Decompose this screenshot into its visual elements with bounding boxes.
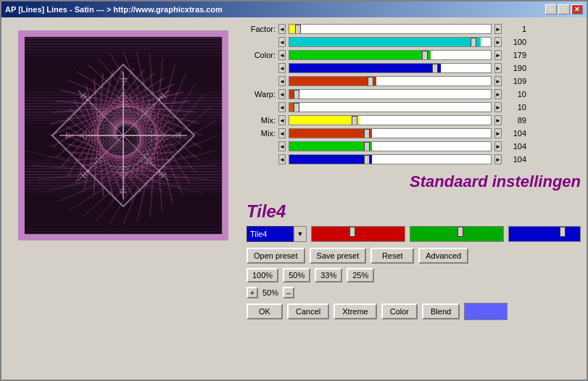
slider-left-arrow-11[interactable]: ◄ xyxy=(278,154,286,164)
slider-track-factor-1[interactable] xyxy=(289,24,492,34)
slider-row-mix-4: ◄ ► 104 xyxy=(247,154,581,165)
slider-left-arrow-7[interactable]: ◄ xyxy=(278,102,286,112)
slider-row-color-3: ◄ ► 109 xyxy=(247,75,581,87)
buttons-row: Open preset Save preset Reset Advanced xyxy=(247,248,581,264)
tile-dropdown-arrow[interactable]: ▼ xyxy=(294,226,307,242)
slider-row-warp-1: Warp: ◄ ► 10 xyxy=(247,88,581,100)
preview-image xyxy=(18,30,228,240)
slider-track-color-2[interactable] xyxy=(289,63,492,73)
tile-dropdown[interactable]: Tile4 xyxy=(247,226,294,242)
slider-row-mix-3: ◄ ► 104 xyxy=(247,141,581,152)
slider-track-warp-2[interactable] xyxy=(289,102,492,112)
pct25-button[interactable]: 25% xyxy=(347,268,374,282)
slider-track-color-1[interactable] xyxy=(289,50,492,60)
slider-row-color-1: Color: ◄ ► 179 xyxy=(247,49,581,61)
slider-value-warp-2: 10 xyxy=(505,103,526,112)
color-button[interactable]: Color xyxy=(381,303,418,319)
slider-value-color-3: 109 xyxy=(505,77,526,85)
slider-right-arrow-7[interactable]: ► xyxy=(494,102,502,112)
title-bar: AP [Lines] Lines - Satin --- > http://ww… xyxy=(1,1,587,17)
slider-right-arrow-3[interactable]: ► xyxy=(494,50,502,60)
xtreme-button[interactable]: Xtreme xyxy=(334,303,376,319)
slider-right-arrow-5[interactable]: ► xyxy=(494,76,502,86)
slider-row-factor-1: Factor: ◄ ► 1 xyxy=(247,23,581,35)
tile-green-slider[interactable] xyxy=(410,226,504,242)
slider-left-arrow-3[interactable]: ◄ xyxy=(278,50,286,60)
slider-right-arrow-4[interactable]: ► xyxy=(494,63,502,73)
preview-canvas xyxy=(20,33,226,238)
slider-left-arrow-8[interactable]: ◄ xyxy=(278,115,286,125)
slider-value-warp-1: 10 xyxy=(505,90,526,99)
slider-row-factor-2: ◄ ► 100 xyxy=(247,36,581,48)
reset-button[interactable]: Reset xyxy=(370,248,414,264)
tile-blue-slider[interactable] xyxy=(508,226,581,242)
tile-controls: Tile4 ▼ xyxy=(247,226,581,242)
slider-value-mix-4: 104 xyxy=(505,155,526,164)
slider-track-mix-3[interactable] xyxy=(289,141,492,151)
slider-value-factor-2: 100 xyxy=(505,38,526,46)
slider-row-color-2: ◄ ► 190 xyxy=(247,62,581,74)
slider-value-mix-3: 104 xyxy=(505,142,526,151)
cancel-button[interactable]: Cancel xyxy=(287,303,329,319)
slider-left-arrow-10[interactable]: ◄ xyxy=(278,141,286,151)
slider-left-arrow-2[interactable]: ◄ xyxy=(278,37,286,47)
minimize-button[interactable]: ─ xyxy=(545,4,557,14)
window-title: AP [Lines] Lines - Satin --- > http://ww… xyxy=(5,5,223,14)
warp-label: Warp: xyxy=(247,90,276,99)
slider-track-mix-4[interactable] xyxy=(289,154,492,164)
slider-left-arrow-4[interactable]: ◄ xyxy=(278,63,286,73)
open-preset-button[interactable]: Open preset xyxy=(247,248,305,264)
blend-button[interactable]: Blend xyxy=(422,303,460,319)
slider-right-arrow[interactable]: ► xyxy=(494,24,502,34)
window-controls: ─ □ ✕ xyxy=(545,4,583,14)
advanced-button[interactable]: Advanced xyxy=(418,248,468,264)
slider-value-mix-2: 104 xyxy=(505,129,526,138)
pct50-button[interactable]: 50% xyxy=(283,268,310,282)
main-content: Factor: ◄ ► 1 ◄ xyxy=(1,17,587,380)
slider-row-mix-2: Mix: ◄ ► 104 xyxy=(247,127,581,139)
slider-left-arrow-9[interactable]: ◄ xyxy=(278,128,286,138)
pct33-button[interactable]: 33% xyxy=(315,268,342,282)
pct100-button[interactable]: 100% xyxy=(247,268,278,282)
slider-left-arrow-5[interactable]: ◄ xyxy=(278,76,286,86)
slider-value-mix-1: 89 xyxy=(505,116,526,125)
color-preview-box xyxy=(464,303,508,320)
bottom-row: OK Cancel Xtreme Color Blend xyxy=(247,303,581,320)
tile-red-slider[interactable] xyxy=(311,226,405,242)
slider-right-arrow-6[interactable]: ► xyxy=(494,89,502,99)
slider-track-mix-2[interactable] xyxy=(289,128,492,138)
controls-panel: Factor: ◄ ► 1 ◄ xyxy=(247,23,581,374)
slider-left-arrow[interactable]: ◄ xyxy=(278,24,286,34)
factor-label: Factor: xyxy=(247,25,276,33)
slider-right-arrow-10[interactable]: ► xyxy=(494,141,502,151)
tile-section: Tile4 Tile4 ▼ xyxy=(247,201,581,320)
slider-right-arrow-11[interactable]: ► xyxy=(494,154,502,164)
zoom-row: + 50% – xyxy=(247,287,581,298)
mix-label-2: Mix: xyxy=(247,129,276,138)
zoom-plus-button[interactable]: + xyxy=(247,287,258,298)
slider-right-arrow-2[interactable]: ► xyxy=(494,37,502,47)
tile-title: Tile4 xyxy=(247,201,581,222)
ok-button[interactable]: OK xyxy=(247,303,283,319)
app-window: AP [Lines] Lines - Satin --- > http://ww… xyxy=(0,0,588,381)
preset-title: Standaard instellingen xyxy=(247,172,581,191)
sliders-section: Factor: ◄ ► 1 ◄ xyxy=(247,23,581,165)
slider-track-mix-1[interactable] xyxy=(289,115,492,125)
slider-value-color-1: 179 xyxy=(505,51,526,59)
slider-left-arrow-6[interactable]: ◄ xyxy=(278,89,286,99)
slider-track-factor-2[interactable] xyxy=(289,37,492,47)
zoom-minus-button[interactable]: – xyxy=(283,287,294,298)
slider-right-arrow-9[interactable]: ► xyxy=(494,128,502,138)
slider-row-warp-2: ◄ ► 10 xyxy=(247,101,581,113)
slider-right-arrow-8[interactable]: ► xyxy=(494,115,502,125)
percent-row: 100% 50% 33% 25% xyxy=(247,268,581,282)
preview-panel xyxy=(7,23,239,374)
maximize-button[interactable]: □ xyxy=(558,4,570,14)
slider-value-factor-1: 1 xyxy=(505,25,526,33)
mix-label-1: Mix: xyxy=(247,116,276,125)
slider-track-warp-1[interactable] xyxy=(289,89,492,99)
slider-track-color-3[interactable] xyxy=(289,76,492,86)
save-preset-button[interactable]: Save preset xyxy=(310,248,367,264)
color-label: Color: xyxy=(247,51,276,59)
close-button[interactable]: ✕ xyxy=(571,4,583,14)
